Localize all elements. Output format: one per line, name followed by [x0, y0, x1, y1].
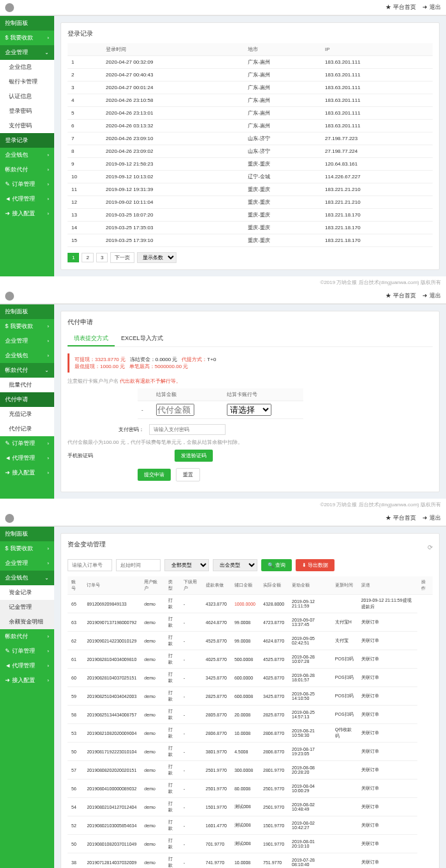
panel-fund-log: ★ 平台首页 ➜ 退出 控制面板 $ 我要收款› 企业管理› 企业钱包⌄ 资金记…: [0, 511, 446, 868]
export-button[interactable]: ⬇ 导出数据: [296, 559, 334, 571]
bank-select[interactable]: 请选择: [227, 404, 271, 416]
menu-enterprise[interactable]: 企业管理›: [0, 334, 54, 348]
table-row: 3820190712814037032009demo打款-741.977010.…: [68, 853, 433, 869]
panel-login-log: ★ 平台首页 ➜ 退出 控制面板 $ 我要收款› 企业管理⌄ 企业信息 银行卡管…: [0, 0, 446, 288]
menu-dashboard[interactable]: 控制面板: [0, 16, 54, 31]
send-code-button[interactable]: 发送验证码: [175, 450, 213, 462]
type-select-2[interactable]: 出金类型: [213, 559, 257, 571]
home-link[interactable]: ★ 平台首页: [385, 4, 416, 10]
table-row: 142019-03-25 17:35:03重庆-重庆183.221.18.170: [68, 222, 433, 234]
sidebar: 控制面板 $ 我要收款› 企业管理› 企业钱包⌄ 资金记录 记金管理 余额资金明…: [0, 527, 54, 868]
page-3[interactable]: 3: [96, 253, 108, 262]
table-header: 登录时间: [102, 43, 244, 56]
table-header: 提款表做: [202, 576, 231, 595]
avatar-icon: [5, 514, 14, 523]
table-row: 72020-04-26 23:09:10山东-济宁27.198.77.223: [68, 132, 433, 145]
submenu-paypwd[interactable]: 支付密码: [0, 118, 54, 133]
logout-link[interactable]: ➜ 退出: [422, 4, 441, 10]
menu-collect[interactable]: $ 我要收款›: [0, 319, 54, 334]
menu-payout[interactable]: 帐款代付›: [0, 162, 54, 177]
submenu-fundlog[interactable]: 资金记录: [0, 585, 54, 600]
topbar: ★ 平台首页 ➜ 退出: [0, 511, 446, 526]
table-header: 更动金额: [288, 576, 331, 595]
footer: ©2019 万纳金服 后台技术(dingjuanwa.com) 版权所有: [0, 276, 446, 288]
menu-wallet[interactable]: 企业钱包⌄: [0, 571, 54, 585]
menu-orders[interactable]: ✎ 订单管理›: [0, 436, 54, 451]
menu-payout[interactable]: 帐款代付⌄: [0, 363, 54, 378]
submenu-fundmgr[interactable]: 记金管理: [0, 600, 54, 615]
footer: ©2019 万纳金服 后台技术(dingjuanwa.com) 版权所有: [0, 499, 446, 511]
home-link[interactable]: ★ 平台首页: [385, 292, 416, 299]
menu-payout[interactable]: 帐款代付›: [0, 629, 54, 644]
table-row: 5220190802103005854634demo打款-1601.4770测试…: [68, 816, 433, 835]
page-next[interactable]: 下一页: [110, 252, 134, 263]
submenu-payoutlog[interactable]: 代付记录: [0, 422, 54, 436]
menu-config[interactable]: ➜ 接入配置›: [0, 466, 54, 480]
table-row: 5620190804100000089032demo打款-2501.977080…: [68, 779, 433, 798]
tab-excel[interactable]: EXCEL导入方式: [115, 332, 169, 346]
submenu-apply[interactable]: 代付申请: [0, 392, 54, 407]
menu-dashboard[interactable]: 控制面板: [0, 304, 54, 319]
table-header: 辅口金额: [231, 576, 259, 595]
table-header: 更新时间: [331, 576, 357, 595]
table-header: IP: [321, 43, 433, 56]
menu-agent[interactable]: ◄ 代理管理›: [0, 451, 54, 466]
reset-button[interactable]: 重置: [176, 468, 200, 481]
avatar-icon: [5, 3, 14, 12]
table-header: 渠道: [357, 576, 417, 595]
menu-wallet[interactable]: 企业钱包›: [0, 348, 54, 363]
search-button[interactable]: 🔍 查询: [261, 559, 292, 571]
tab-form[interactable]: 填表提交方式: [68, 332, 115, 346]
menu-enterprise[interactable]: 企业管理⌄: [0, 45, 54, 60]
table-header: 下级用户: [180, 576, 202, 595]
table-row: 132019-03-25 18:07:20重庆-重庆183.221.18.170: [68, 209, 433, 222]
refresh-icon[interactable]: ⟳: [428, 544, 433, 551]
table-header: 账号: [68, 576, 83, 595]
avatar-icon: [5, 292, 14, 301]
table-row: 52020-04-26 23:13:01广东-惠州183.63.201.111: [68, 107, 433, 120]
table-row: 6020190828104037025151demo打款-3425.877060…: [68, 669, 433, 687]
menu-enterprise[interactable]: 企业管理›: [0, 556, 54, 571]
submenu-password[interactable]: 登录密码: [0, 104, 54, 118]
topbar: ★ 平台首页 ➜ 退出: [0, 0, 446, 15]
menu-wallet[interactable]: 企业钱包›: [0, 148, 54, 162]
submit-button[interactable]: 提交申请: [138, 469, 171, 481]
menu-orders[interactable]: ✎ 订单管理›: [0, 177, 54, 192]
submenu-recharge[interactable]: 充值记录: [0, 407, 54, 422]
logout-link[interactable]: ➜ 退出: [422, 515, 441, 521]
menu-dashboard[interactable]: 控制面板: [0, 527, 54, 541]
table-row: 5720190808202020020151demo打款-2501.977030…: [68, 761, 433, 779]
table-row: 62020-04-26 03:13:32广东-惠州183.63.201.111: [68, 120, 433, 132]
paypwd-input[interactable]: [149, 424, 226, 435]
pagesize-select[interactable]: 显示条数: [137, 252, 176, 263]
table-row: 6320190907137198000792demo打款-4624.877099…: [68, 613, 433, 632]
table-row: 152019-03-25 17:39:10重庆-重庆183.221.18.170: [68, 234, 433, 247]
menu-agent[interactable]: ◄ 代理管理›: [0, 658, 54, 673]
menu-config[interactable]: ➜ 接入配置›: [0, 206, 54, 221]
submenu-loginlog[interactable]: 登录记录: [0, 133, 54, 148]
table-header: 地市: [244, 43, 321, 56]
submenu-bank[interactable]: 银行卡管理: [0, 75, 54, 89]
amount-input[interactable]: [156, 404, 194, 416]
card-title: 登录记录: [68, 29, 433, 38]
submenu-auth[interactable]: 认证信息: [0, 89, 54, 104]
table-row: 5320190821082020009004demo打款-2806.877010…: [68, 724, 433, 743]
menu-orders[interactable]: ✎ 订单管理›: [0, 644, 54, 658]
home-link[interactable]: ★ 平台首页: [385, 515, 416, 521]
menu-collect[interactable]: $ 我要收款›: [0, 31, 54, 45]
table-row: 5420190802104127012404demo打款-1501.9770测试…: [68, 798, 433, 816]
menu-collect[interactable]: $ 我要收款›: [0, 541, 54, 556]
order-input[interactable]: [68, 559, 112, 571]
page-2[interactable]: 2: [82, 253, 93, 262]
time-input[interactable]: [116, 559, 161, 571]
page-1[interactable]: 1: [68, 253, 79, 262]
menu-config[interactable]: ➜ 接入配置›: [0, 673, 54, 688]
menu-agent[interactable]: ◄ 代理管理›: [0, 192, 54, 206]
submenu-batch[interactable]: 批量代付: [0, 378, 54, 392]
type-select-1[interactable]: 全部类型: [164, 559, 209, 571]
table-header: 订单号: [83, 576, 140, 595]
table-header: 类型: [164, 576, 180, 595]
submenu-balance[interactable]: 余额资金明细: [0, 615, 54, 629]
logout-link[interactable]: ➜ 退出: [422, 292, 441, 299]
submenu-info[interactable]: 企业信息: [0, 60, 54, 75]
